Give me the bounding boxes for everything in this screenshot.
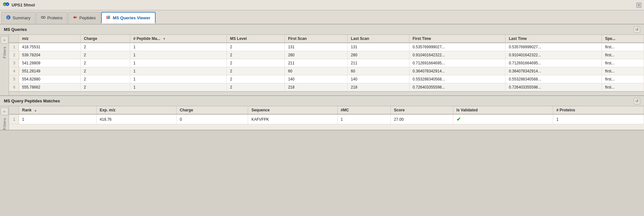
- ms-query-peptides-col-num-proteins[interactable]: # Proteins: [553, 106, 644, 114]
- ms-queries-row[interactable]: 6 555.78662 2 1 2 218 218 0.726403355598…: [9, 83, 644, 91]
- svg-rect-14: [110, 16, 110, 19]
- first-scan-cell: 140: [285, 75, 348, 83]
- ms-level-cell: 2: [226, 51, 284, 59]
- row-num-cell: 1: [9, 43, 19, 51]
- tab-proteins[interactable]: Proteins: [36, 12, 68, 23]
- ms-queries-header-row: m/z Charge # Peptide Ma... ▼ MS Level Fi…: [9, 35, 644, 43]
- score-cell: 27.00: [390, 114, 453, 124]
- row-num-cell: 5: [9, 75, 19, 83]
- row-num-cell: 6: [9, 83, 19, 91]
- last-scan-cell: 211: [348, 59, 409, 67]
- tab-summary-label: Summary: [13, 15, 31, 20]
- last-time-cell: 0.910401642322...: [505, 51, 602, 59]
- svg-rect-11: [107, 16, 107, 19]
- first-time-cell: 0.726403355598...: [409, 83, 505, 91]
- proteins-icon: [41, 15, 45, 21]
- ms-query-peptides-row[interactable]: 1 1 418.76 0 KAFVFPK 1 27.00 ✔ 1: [9, 114, 644, 124]
- validated-checkmark: ✔: [457, 117, 461, 122]
- tab-peptides-label: Peptides: [79, 15, 96, 20]
- ms-query-peptides-col-charge[interactable]: Charge: [177, 106, 248, 114]
- ms-queries-table-container: m/z Charge # Peptide Ma... ▼ MS Level Fi…: [9, 35, 644, 95]
- charge-cell: 0: [177, 114, 248, 124]
- peptide-matches-cell: 1: [130, 83, 227, 91]
- last-scan-cell: 280: [348, 51, 409, 59]
- summary-icon: i: [6, 15, 11, 21]
- peptide-matches-cell: 1: [130, 51, 227, 59]
- first-scan-cell: 211: [285, 59, 348, 67]
- last-time-cell: 0.712691664695...: [505, 59, 602, 67]
- ms-queries-col-spe[interactable]: Spe...: [602, 35, 644, 43]
- ms-query-peptides-expand-button[interactable]: »: [1, 108, 8, 115]
- close-button[interactable]: ×: [636, 3, 641, 8]
- tab-peptides[interactable]: Peptides: [68, 12, 101, 23]
- peptide-matches-sort-icon: ▼: [163, 37, 166, 41]
- ms-queries-refresh-button[interactable]: ↺: [634, 26, 640, 33]
- ms-query-peptides-col-is-validated[interactable]: Is Validated: [453, 106, 553, 114]
- svg-rect-13: [109, 15, 109, 19]
- ms-query-peptides-table: Rank ▲ Exp. m/z Charge Sequence #MC Scor…: [9, 106, 644, 124]
- charge-cell: 2: [81, 75, 130, 83]
- charge-cell: 2: [81, 83, 130, 91]
- tab-ms-queries-viewer[interactable]: MS Queries Viewer: [101, 12, 156, 23]
- peptides-icon: [73, 15, 77, 21]
- ms-query-peptides-panel-title: MS Query Peptides Matches: [4, 99, 60, 103]
- ms-queries-col-mz[interactable]: m/z: [19, 35, 81, 43]
- ms-queries-col-last-time[interactable]: Last Time: [505, 35, 602, 43]
- row-num-cell: 2: [9, 51, 19, 59]
- first-scan-cell: 218: [285, 83, 348, 91]
- ms-query-peptides-col-exp-mz[interactable]: Exp. m/z: [96, 106, 177, 114]
- ms-queries-row[interactable]: 3 541.28809 2 1 2 211 211 0.712691664695…: [9, 59, 644, 67]
- ms-queries-panel-title: MS Queries: [4, 27, 27, 32]
- ms-queries-col-ms-level[interactable]: MS Level: [226, 35, 284, 43]
- tab-summary[interactable]: i Summary: [1, 12, 35, 23]
- rank-sort-icon: ▲: [34, 108, 37, 112]
- ms-queries-scrollbar[interactable]: [9, 91, 644, 95]
- ms-query-peptides-side-controls: » Filters: [0, 106, 9, 130]
- ms-query-peptides-col-rank[interactable]: Rank ▲: [19, 106, 96, 114]
- window-title: UPS1 5fmol: [12, 3, 636, 7]
- sequence-cell: KAFVFPK: [248, 114, 337, 124]
- ms-queries-col-charge[interactable]: Charge: [81, 35, 130, 43]
- tab-ms-queries-viewer-label: MS Queries Viewer: [113, 15, 150, 20]
- ms-queries-col-peptide-matches[interactable]: # Peptide Ma... ▼: [130, 35, 227, 43]
- ms-queries-row[interactable]: 1 418.75531 2 1 2 131 131 0.535769999027…: [9, 43, 644, 51]
- spe-cell: first...: [602, 51, 644, 59]
- last-scan-cell: 60: [348, 67, 409, 75]
- ms-query-peptides-col-sequence[interactable]: Sequence: [248, 106, 337, 114]
- ms-queries-row[interactable]: 2 539.78204 2 1 2 280 280 0.910401642322…: [9, 51, 644, 59]
- ms-queries-panel: MS Queries ↺ » Filters m/z Charge # Pept: [0, 24, 644, 96]
- ms-query-peptides-col-rownum: [9, 106, 19, 114]
- ms-queries-expand-button[interactable]: »: [1, 36, 8, 44]
- row-num-cell: 3: [9, 59, 19, 67]
- mz-cell: 539.78204: [19, 51, 81, 59]
- ms-query-peptides-col-score[interactable]: Score: [390, 106, 453, 114]
- ms-query-peptides-col-mc[interactable]: #MC: [337, 106, 390, 114]
- mz-cell: 554.82880: [19, 75, 81, 83]
- last-time-cell: 0.364078342914...: [505, 67, 602, 75]
- ms-query-peptides-filter-label: Filters: [3, 118, 6, 130]
- ms-queries-col-first-scan[interactable]: First Scan: [285, 35, 348, 43]
- ms-query-peptides-panel: MS Query Peptides Matches ↺ » Filters Ra…: [0, 96, 644, 130]
- mz-cell: 555.78662: [19, 83, 81, 91]
- svg-text:U: U: [4, 4, 5, 5]
- ms-queries-col-first-time[interactable]: First Time: [409, 35, 505, 43]
- title-bar: U P UPS1 5fmol ×: [0, 0, 644, 10]
- svg-point-7: [43, 16, 45, 18]
- mz-cell: 551.28149: [19, 67, 81, 75]
- row-num-cell: 4: [9, 67, 19, 75]
- ms-queries-panel-header: MS Queries ↺: [0, 24, 644, 35]
- first-scan-cell: 280: [285, 51, 348, 59]
- ms-queries-row[interactable]: 5 554.82880 2 1 2 140 140 0.553288340568…: [9, 75, 644, 83]
- ms-query-peptides-table-container: Rank ▲ Exp. m/z Charge Sequence #MC Scor…: [9, 106, 644, 130]
- ms-queries-row[interactable]: 4 551.28149 2 1 2 60 60 0.364078342914..…: [9, 67, 644, 75]
- mz-cell: 541.28809: [19, 59, 81, 67]
- ms-query-peptides-refresh-button[interactable]: ↺: [634, 98, 640, 104]
- first-time-cell: 0.553288340568...: [409, 75, 505, 83]
- tab-bar: i Summary Proteins Peptides: [0, 10, 644, 24]
- num-proteins-cell: 1: [553, 114, 644, 124]
- spe-cell: first...: [602, 59, 644, 67]
- ms-queries-col-last-scan[interactable]: Last Scan: [348, 35, 409, 43]
- ms-query-peptides-table-wrapper: » Filters Rank ▲ Exp. m/z Charge: [0, 106, 644, 130]
- charge-cell: 2: [81, 51, 130, 59]
- first-time-cell: 0.910401642322...: [409, 51, 505, 59]
